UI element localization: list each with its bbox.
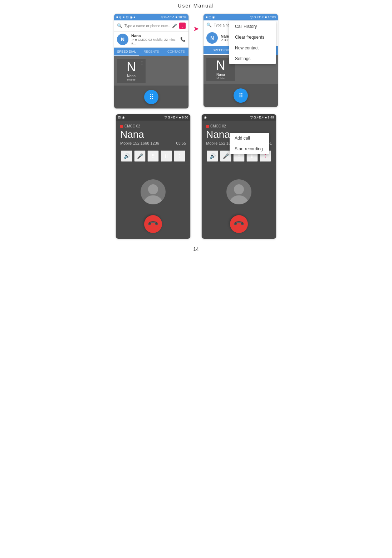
call-status-bar: ◉ ▽ G↗E↗ ■ 9:49 bbox=[202, 114, 276, 121]
dropdown-call-history[interactable]: Call History bbox=[229, 21, 276, 32]
fab-container: ⠿ bbox=[204, 84, 278, 107]
keypad-button[interactable]: ⠿ bbox=[147, 150, 159, 162]
keypad-icon: ⠿ bbox=[148, 151, 158, 161]
status-bar-top-left: ■ ψ ∗ ⊡ ◉ ♦ ▽ G↗E↗ ■ 10:09 bbox=[114, 14, 188, 20]
page-header: User Manual bbox=[0, 0, 392, 10]
call-timer: 03:55 bbox=[176, 141, 186, 145]
person-avatar bbox=[141, 179, 166, 204]
status-left: ◉ bbox=[204, 116, 207, 119]
fab-container: ⠿ bbox=[114, 86, 188, 108]
search-icon: 🔍 bbox=[117, 23, 122, 28]
hold-button[interactable]: ⏸ bbox=[161, 150, 172, 162]
avatar: N bbox=[117, 34, 128, 45]
speaker-button[interactable]: 🔊 bbox=[121, 150, 132, 162]
call-header: CMCC 02 Nana Mobile 152 1668 1236 03:55 bbox=[116, 121, 190, 147]
bottom-right-phone: ◉ ▽ G↗E↗ ■ 9:49 CMCC 02 Nana Mobile 152 … bbox=[201, 114, 276, 239]
status-left-icons: ■ ψ ∗ ⊡ ◉ ♦ bbox=[116, 15, 135, 19]
end-call-area: 📞 bbox=[116, 208, 190, 239]
speaker-button[interactable]: 🔊 bbox=[207, 150, 218, 162]
header-title: User Manual bbox=[178, 3, 214, 9]
status-left-icons: ■ ⊡ ◉ bbox=[206, 15, 215, 19]
item-more-icon[interactable]: ⋮ bbox=[140, 60, 144, 65]
avatar-area bbox=[202, 165, 276, 208]
avatar-area bbox=[116, 165, 190, 208]
sim-dot bbox=[120, 125, 123, 128]
bottom-left-phone: ⊡ ◉ ▽ G↗E↗ ■ 9:50 CMCC 02 Nana Mobile 15… bbox=[116, 114, 191, 239]
page-footer: 14 bbox=[0, 241, 392, 258]
call-context-menu: Add call Start recording bbox=[230, 133, 269, 154]
status-right-info: ▽ G↗E↗ ■ 10:09 bbox=[161, 15, 186, 19]
speed-dial-name: Nana bbox=[208, 73, 234, 77]
dialpad-fab[interactable]: ⠿ bbox=[144, 90, 158, 104]
speed-dial-item[interactable]: ⋮ N Nana Mobile bbox=[117, 59, 146, 83]
status-right: ▽ G↗E↗ ■ 9:50 bbox=[165, 116, 188, 119]
more-options-button[interactable]: ⋮ bbox=[179, 23, 186, 29]
mute-icon: 🎤 bbox=[135, 151, 145, 161]
hold-icon: ⏸ bbox=[161, 151, 171, 161]
search-input[interactable] bbox=[124, 24, 170, 28]
add-call-item[interactable]: Add call bbox=[230, 133, 269, 144]
tab-recents[interactable]: RECENTS bbox=[139, 48, 163, 56]
contact-name: Nana bbox=[131, 34, 177, 38]
status-left: ⊡ ◉ bbox=[118, 116, 125, 119]
arrow-right-icon: ➤ bbox=[193, 24, 199, 33]
speed-dial-name: Nana bbox=[118, 74, 144, 78]
sim-label: CMCC 02 bbox=[124, 124, 140, 128]
person-avatar bbox=[226, 179, 251, 204]
call-icon[interactable]: 📞 bbox=[180, 37, 186, 42]
contact-sub: ↗ ■ CMCC 02 Mobile, 22 mins a... bbox=[131, 38, 177, 45]
call-sim: CMCC 02 bbox=[120, 124, 186, 128]
dropdown-new-contact[interactable]: New contact bbox=[229, 43, 276, 53]
search-bar: 🔍 🎤 ⋮ bbox=[114, 20, 188, 31]
speed-dial-type: Mobile bbox=[118, 78, 144, 81]
call-number-row: Mobile 152 1668 1236 03:55 bbox=[120, 141, 186, 145]
sim-dot bbox=[206, 125, 209, 128]
mic-icon: 🎤 bbox=[172, 24, 177, 28]
status-right: ▽ G↗E↗ ■ 9:49 bbox=[250, 116, 274, 119]
dropdown-clear-frequents[interactable]: Clear frequents bbox=[229, 32, 276, 43]
end-call-button[interactable]: 📞 bbox=[141, 212, 166, 237]
top-left-phone: ■ ψ ∗ ⊡ ◉ ♦ ▽ G↗E↗ ■ 10:09 🔍 🎤 ⋮ N Nana … bbox=[114, 14, 189, 109]
contact-row: N Nana ↗ ■ CMCC 02 Mobile, 22 mins a... … bbox=[114, 31, 188, 48]
start-recording-item[interactable]: Start recording bbox=[230, 144, 269, 154]
tab-contacts[interactable]: CONTACTS bbox=[164, 48, 188, 56]
tab-speed-dial[interactable]: SPEED DIAL bbox=[114, 48, 139, 56]
status-right-info: ▽ G↗E↗ ■ 10:03 bbox=[250, 15, 276, 19]
tabs-bar: SPEED DIAL RECENTS CONTACTS bbox=[114, 48, 188, 56]
mute-button[interactable]: 🎤 bbox=[134, 150, 146, 162]
avatar: N bbox=[206, 32, 218, 44]
dialpad-fab[interactable]: ⠿ bbox=[234, 88, 248, 103]
end-call-area: 📞 bbox=[202, 208, 276, 239]
more-icon: ⋮ bbox=[175, 151, 185, 161]
end-call-button[interactable]: 📞 bbox=[226, 212, 252, 237]
search-icon: 🔍 bbox=[206, 23, 212, 28]
mute-icon: 🎤 bbox=[221, 151, 231, 161]
arrow-container: ➤ bbox=[189, 24, 203, 33]
dropdown-menu: Call History Clear frequents New contact… bbox=[229, 21, 276, 64]
call-info: Mobile 152 1668 1236 bbox=[120, 141, 159, 145]
call-status-bar: ⊡ ◉ ▽ G↗E↗ ■ 9:50 bbox=[116, 114, 190, 121]
more-button[interactable]: ⋮ bbox=[174, 150, 185, 162]
sim-label: CMCC 02 bbox=[210, 124, 226, 128]
speed-dial-type: Mobile bbox=[208, 77, 234, 80]
dropdown-settings[interactable]: Settings bbox=[229, 53, 276, 64]
status-bar-top-right: ■ ⊡ ◉ ▽ G↗E↗ ■ 10:03 bbox=[204, 14, 278, 20]
call-controls: 🔊 🎤 ⠿ ⏸ ⋮ bbox=[116, 147, 190, 165]
speaker-icon: 🔊 bbox=[122, 151, 132, 161]
call-sim: CMCC 02 bbox=[206, 124, 272, 128]
page-number: 14 bbox=[193, 246, 199, 252]
caller-name: Nana bbox=[120, 129, 186, 140]
contact-info: Nana ↗ ■ CMCC 02 Mobile, 22 mins a... bbox=[131, 34, 177, 45]
speed-dial-grid: ⋮ N Nana Mobile bbox=[114, 56, 188, 86]
top-right-phone: ■ ⊡ ◉ ▽ G↗E↗ ■ 10:03 🔍 N Nana ↗ ■ CMCC S… bbox=[203, 14, 278, 107]
speaker-icon: 🔊 bbox=[207, 151, 217, 161]
